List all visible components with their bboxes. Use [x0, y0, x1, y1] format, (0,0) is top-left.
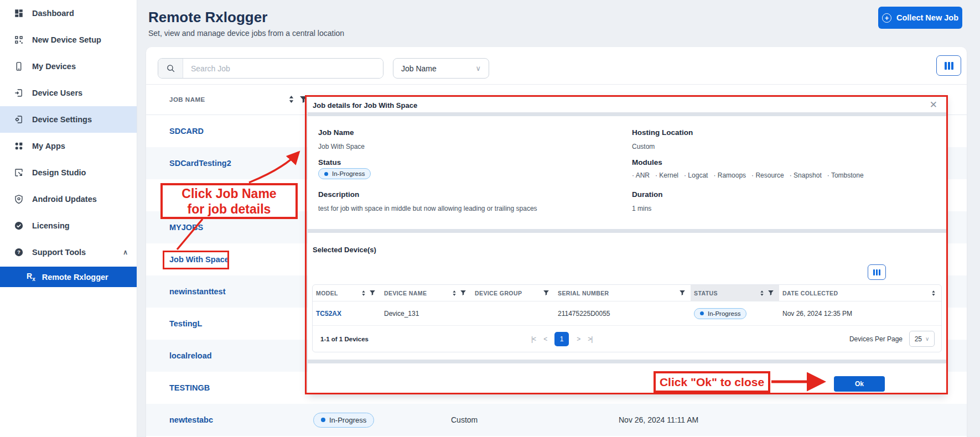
- collect-new-job-button[interactable]: + Collect New Job: [878, 7, 962, 29]
- description-value: test for job with space in middle but no…: [318, 205, 537, 212]
- search-input[interactable]: [183, 59, 383, 78]
- sidebar-item-android-updates[interactable]: Android Updates: [0, 186, 137, 212]
- devices-per-page-select[interactable]: 25 ∨: [909, 331, 935, 347]
- job-name-link[interactable]: SDCARD: [169, 127, 204, 136]
- duration-value: 1 mins: [632, 205, 651, 212]
- prev-page-button[interactable]: <: [543, 335, 547, 343]
- status-dot-icon: [700, 311, 704, 315]
- qr-scan-icon: [13, 34, 24, 45]
- dashboard-icon: [13, 8, 24, 19]
- status-badge: In-Progress: [694, 308, 746, 319]
- filter-icon[interactable]: [300, 96, 307, 103]
- sidebar-item-dashboard[interactable]: Dashboard: [0, 0, 137, 27]
- search-field-select[interactable]: Job Name ∨: [393, 58, 489, 79]
- filter-icon[interactable]: [370, 290, 375, 295]
- sidebar-item-label: Android Updates: [32, 195, 97, 204]
- sort-icon[interactable]: [361, 290, 366, 296]
- sidebar-item-my-apps[interactable]: My Apps: [0, 133, 137, 159]
- date-created-cell: Nov 26, 2024 11:11 AM: [619, 415, 698, 424]
- next-page-button[interactable]: >: [577, 335, 580, 343]
- filter-icon[interactable]: [460, 290, 466, 295]
- sort-icon[interactable]: [931, 290, 936, 296]
- ok-button[interactable]: Ok: [834, 376, 885, 392]
- sidebar-item-label: My Apps: [32, 142, 65, 150]
- job-name-link[interactable]: SDCardTesting2: [169, 159, 231, 168]
- job-row: newtestabc In-Progress Custom Nov 26, 20…: [146, 404, 967, 436]
- current-page-button[interactable]: 1: [554, 332, 569, 346]
- close-icon[interactable]: ✕: [930, 99, 937, 111]
- shield-icon: [13, 194, 24, 205]
- device-table-footer: 1-1 of 1 Devices |< < 1 > >| Devices Per…: [313, 326, 941, 352]
- sidebar-item-my-devices[interactable]: My Devices: [0, 53, 137, 80]
- serial-number-cell: 211475225D0055: [558, 310, 610, 318]
- jobs-card: Job Name ∨ JOB NAME SDCARD SDCardTesting…: [146, 47, 967, 437]
- device-user-icon: [13, 87, 24, 98]
- last-page-button[interactable]: >|: [588, 335, 592, 343]
- filter-icon[interactable]: [680, 290, 685, 295]
- apps-icon: [13, 141, 24, 152]
- sidebar-subitem-label: Remote Rxlogger: [42, 273, 108, 282]
- pager: |< < 1 > >|: [531, 332, 592, 346]
- search-button[interactable]: [158, 59, 183, 78]
- sidebar-item-remote-rxlogger[interactable]: Rx Remote Rxlogger: [0, 267, 137, 287]
- duration-label: Duration: [632, 190, 663, 199]
- collect-new-job-label: Collect New Job: [896, 13, 958, 22]
- sidebar-item-device-users[interactable]: Device Users: [0, 80, 137, 106]
- sidebar-item-design-studio[interactable]: Design Studio: [0, 159, 137, 186]
- filter-icon[interactable]: [543, 290, 549, 295]
- job-name-value: Job With Space: [318, 143, 365, 150]
- page-subtitle: Set, view and manage device jobs from a …: [148, 29, 344, 38]
- job-name-link[interactable]: MYJOBS: [169, 223, 203, 232]
- chevron-up-icon[interactable]: ∧: [123, 248, 128, 256]
- job-name-link[interactable]: newinstanttest: [169, 287, 226, 296]
- job-name-link-job-with-space[interactable]: Job With Space: [169, 255, 229, 264]
- device-gear-icon: [13, 114, 24, 125]
- hosting-location-label: Hosting Location: [632, 128, 693, 137]
- sort-icon[interactable]: [288, 96, 294, 103]
- job-name-column-header: JOB NAME: [169, 96, 205, 103]
- date-collected-cell: Nov 26, 2024 12:35 PM: [782, 310, 852, 318]
- sidebar-item-device-settings[interactable]: Device Settings: [0, 106, 137, 133]
- divider: [308, 360, 946, 363]
- sort-icon[interactable]: [760, 290, 764, 296]
- device-name-cell: Device_131: [384, 310, 419, 318]
- page-title: Remote Rxlogger: [148, 9, 267, 26]
- column-settings-button[interactable]: [936, 55, 961, 76]
- divider: [308, 229, 946, 233]
- device-column-settings-button[interactable]: [868, 264, 886, 280]
- job-name-link[interactable]: localreload: [169, 351, 212, 360]
- job-name-label: Job Name: [318, 128, 354, 137]
- modules-label: Modules: [632, 158, 662, 167]
- sidebar-item-label: Support Tools: [32, 248, 86, 257]
- serial-number-column-header: SERIAL NUMBER: [558, 290, 609, 296]
- panel-title: Job details for Job With Space: [313, 101, 417, 110]
- sidebar-item-new-device-setup[interactable]: New Device Setup: [0, 27, 137, 53]
- filter-icon[interactable]: [768, 290, 774, 295]
- plus-circle-icon: +: [882, 13, 891, 23]
- job-name-link[interactable]: TestingL: [169, 319, 202, 328]
- job-name-link[interactable]: newtestabc: [169, 415, 213, 424]
- sidebar-item-label: Licensing: [32, 221, 70, 230]
- columns-icon: [945, 62, 947, 70]
- search-field-selected: Job Name: [401, 64, 437, 73]
- description-label: Description: [318, 190, 359, 199]
- model-column-header: MODEL: [316, 290, 338, 296]
- sidebar-item-support-tools[interactable]: ? Support Tools ∧: [0, 239, 137, 266]
- divider: [308, 112, 946, 116]
- chevron-down-icon: ∨: [475, 64, 481, 72]
- sidebar-item-licensing[interactable]: Licensing: [0, 212, 137, 239]
- sort-icon[interactable]: [452, 290, 457, 296]
- status-column-header: STATUS: [694, 290, 718, 296]
- device-group-column-header: DEVICE GROUP: [475, 290, 522, 296]
- status-label: Status: [318, 158, 341, 167]
- svg-text:?: ?: [17, 249, 20, 255]
- first-page-button[interactable]: |<: [531, 335, 536, 343]
- job-name-link[interactable]: TESTINGB: [169, 383, 210, 392]
- device-model-link[interactable]: TC52AX: [316, 310, 341, 318]
- smartphone-icon: [13, 61, 24, 72]
- hosting-location-value: Custom: [632, 143, 655, 150]
- hosting-location-cell: Custom: [451, 415, 478, 424]
- date-collected-column-header: DATE COLLECTED: [782, 290, 838, 296]
- job-details-panel: Job details for Job With Space ✕ Job Nam…: [308, 97, 946, 394]
- sidebar-item-label: Dashboard: [32, 9, 74, 18]
